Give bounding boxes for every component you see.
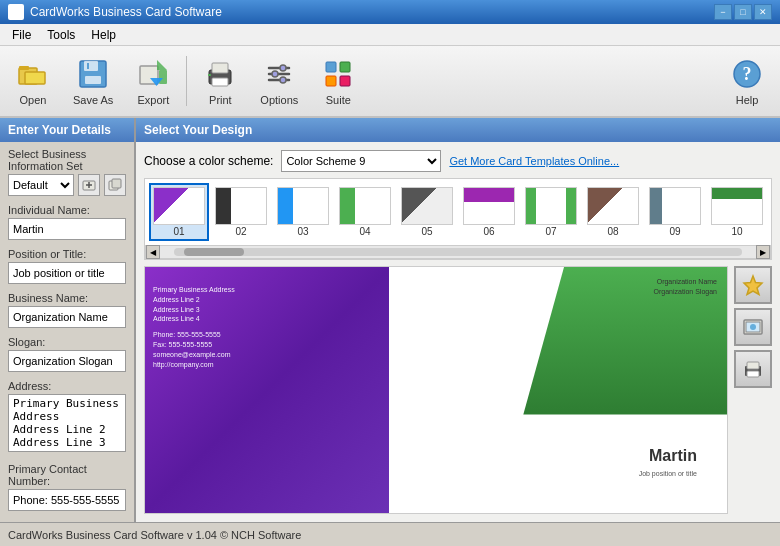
strip-scroll-right[interactable]: ▶ (756, 245, 770, 259)
address-label: Address: (8, 380, 126, 392)
svg-point-20 (272, 71, 278, 77)
get-more-templates-link[interactable]: Get More Card Templates Online... (449, 155, 619, 167)
print-button[interactable]: Print (193, 51, 247, 111)
svg-rect-6 (87, 63, 89, 69)
app-title: CardWorks Business Card Software (30, 5, 222, 19)
info-set-new-btn[interactable] (78, 174, 100, 196)
menu-tools[interactable]: Tools (39, 26, 83, 44)
card-address-line3: Address Line 3 (153, 305, 235, 315)
help-label: Help (736, 94, 759, 106)
business-name-label: Business Name: (8, 292, 126, 304)
individual-name-label: Individual Name: (8, 204, 126, 216)
template-10[interactable]: 10 (707, 183, 767, 241)
svg-rect-22 (326, 62, 336, 72)
strip-scroll-thumb[interactable] (184, 248, 244, 256)
card-name: Martin (649, 447, 697, 465)
card-canvas: Primary Business Address Address Line 2 … (145, 267, 727, 513)
template-strip: 01 02 03 04 (145, 179, 771, 245)
template-09[interactable]: 09 (645, 183, 705, 241)
svg-point-19 (280, 65, 286, 71)
template-06-thumb (463, 187, 515, 225)
svg-rect-5 (85, 76, 101, 84)
open-icon (15, 56, 51, 92)
color-scheme-row: Choose a color scheme: Color Scheme 9 Ge… (144, 150, 772, 172)
svg-rect-4 (84, 61, 98, 71)
app-icon (8, 4, 24, 20)
svg-rect-25 (340, 76, 350, 86)
slogan-label: Slogan: (8, 336, 126, 348)
business-name-input[interactable] (8, 306, 126, 328)
individual-name-input[interactable] (8, 218, 126, 240)
menu-help[interactable]: Help (83, 26, 124, 44)
contact-input[interactable] (8, 489, 126, 511)
help-icon: ? (729, 56, 765, 92)
template-03-thumb (277, 187, 329, 225)
template-03-label: 03 (297, 226, 308, 237)
svg-rect-39 (747, 371, 759, 377)
template-03[interactable]: 03 (273, 183, 333, 241)
template-05[interactable]: 05 (397, 183, 457, 241)
address-input[interactable]: Primary Business Address Address Line 2 … (8, 394, 126, 452)
template-07-thumb (525, 187, 577, 225)
svg-point-21 (280, 77, 286, 83)
favorites-button[interactable] (734, 266, 772, 304)
template-08[interactable]: 08 (583, 183, 643, 241)
status-text: CardWorks Business Card Software v 1.04 … (8, 529, 301, 541)
position-input[interactable] (8, 262, 126, 284)
options-button[interactable]: Options (251, 51, 307, 111)
template-02-thumb (215, 187, 267, 225)
close-button[interactable]: ✕ (754, 4, 772, 20)
card-address-line4: Address Line 4 (153, 314, 235, 324)
svg-point-36 (750, 324, 756, 330)
card-job: Job position or title (639, 470, 697, 477)
card-email: someone@example.com (153, 350, 235, 360)
color-scheme-label: Choose a color scheme: (144, 154, 273, 168)
template-06[interactable]: 06 (459, 183, 519, 241)
info-set-select[interactable]: Default (8, 174, 74, 196)
preview-button[interactable] (734, 308, 772, 346)
open-button[interactable]: Open (6, 51, 60, 111)
card-left-text: Primary Business Address Address Line 2 … (153, 285, 235, 369)
card-org-slogan: Organization Slogan (654, 287, 717, 297)
strip-scroll-track (174, 248, 742, 256)
position-label: Position or Title: (8, 248, 126, 260)
slogan-input[interactable] (8, 350, 126, 372)
template-07[interactable]: 07 (521, 183, 581, 241)
info-set-copy-btn[interactable] (104, 174, 126, 196)
save-as-button[interactable]: Save As (64, 51, 122, 111)
print-label: Print (209, 94, 232, 106)
suite-button[interactable]: Suite (311, 51, 365, 111)
svg-rect-2 (25, 72, 45, 84)
save-as-icon (75, 56, 111, 92)
template-01-label: 01 (173, 226, 184, 237)
minimize-button[interactable]: − (714, 4, 732, 20)
menu-file[interactable]: File (4, 26, 39, 44)
template-04[interactable]: 04 (335, 183, 395, 241)
color-scheme-select[interactable]: Color Scheme 9 (281, 150, 441, 172)
svg-rect-24 (326, 76, 336, 86)
svg-rect-23 (340, 62, 350, 72)
template-06-label: 06 (483, 226, 494, 237)
strip-scroll-left[interactable]: ◀ (146, 245, 160, 259)
address-wrap: Primary Business Address Address Line 2 … (8, 394, 126, 455)
card-address-line2: Address Line 2 (153, 295, 235, 305)
template-09-thumb (649, 187, 701, 225)
print-preview-button[interactable] (734, 350, 772, 388)
template-07-label: 07 (545, 226, 556, 237)
preview-area: Primary Business Address Address Line 2 … (144, 266, 772, 514)
help-button[interactable]: ? Help (720, 51, 774, 111)
export-button[interactable]: Export (126, 51, 180, 111)
info-set-section-label: Select Business Information Set (8, 148, 126, 172)
card-address-line1: Primary Business Address (153, 285, 235, 295)
strip-scrollbar[interactable]: ◀ ▶ (145, 245, 771, 259)
card-org-name: Organization Name (654, 277, 717, 287)
template-09-label: 09 (669, 226, 680, 237)
template-01[interactable]: 01 (149, 183, 209, 241)
svg-rect-15 (208, 74, 211, 76)
svg-rect-13 (212, 63, 228, 73)
template-02[interactable]: 02 (211, 183, 271, 241)
right-panel-header: Select Your Design (136, 118, 780, 142)
template-10-thumb (711, 187, 763, 225)
card-fax: Fax: 555-555-5555 (153, 340, 235, 350)
maximize-button[interactable]: □ (734, 4, 752, 20)
